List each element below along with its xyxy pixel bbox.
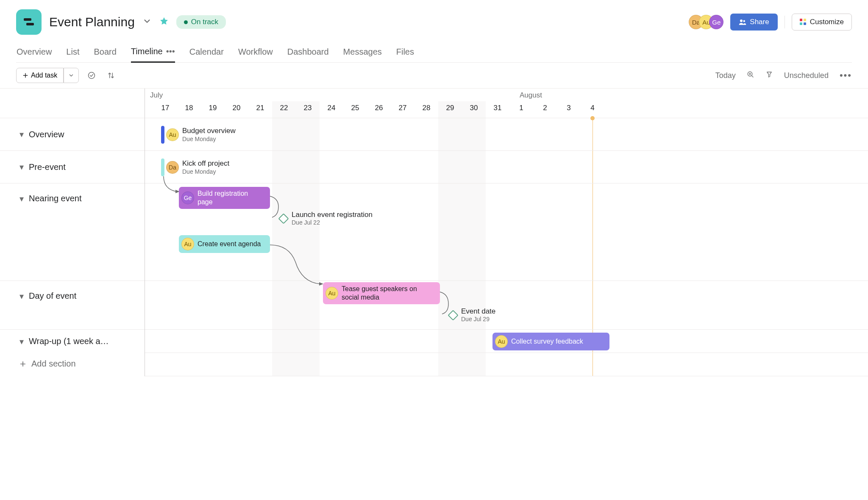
star-icon[interactable] [159,17,169,28]
task-title: Collect survey feedback [511,337,583,346]
section-wrap-up[interactable]: ▾ Wrap-up (1 week a… [0,330,145,353]
member-avatars[interactable]: Da Au Ge [689,15,723,29]
tab-dashboard[interactable]: Dashboard [287,47,329,62]
tab-messages[interactable]: Messages [343,47,382,62]
tab-board[interactable]: Board [94,47,116,62]
tab-workflow[interactable]: Workflow [238,47,273,62]
task-budget-overview[interactable]: Au Budget overview Due Monday [161,126,236,144]
avatar[interactable]: Ge [709,15,723,29]
mark-complete-icon[interactable] [85,69,98,82]
date-cell: 28 [415,101,438,112]
caret-down-icon: ▾ [19,162,24,172]
date-cell: 26 [367,101,391,112]
share-label: Share [750,18,769,26]
add-task-button[interactable]: Add task [16,68,64,83]
tab-list[interactable]: List [66,47,79,62]
date-cell: 20 [225,101,248,112]
milestone-launch-registration[interactable]: Launch event registration Due Jul 22 [280,211,373,226]
people-icon [739,19,746,25]
task-kick-off-project[interactable]: Da Kick off project Due Monday [161,158,229,176]
status-dot-icon [184,20,188,24]
lane-nearing-event: Ge Build registration page Launch event … [145,183,868,281]
project-menu-chevron[interactable] [142,17,152,28]
section-day-of-event[interactable]: ▾ Day of event [0,281,145,330]
status-pill[interactable]: On track [176,15,226,29]
milestone-event-date[interactable]: Event date Due Jul 29 [449,307,495,323]
lane-pre-event: Da Kick off project Due Monday [145,151,868,183]
customize-label: Customize [810,18,844,26]
section-nearing-event[interactable]: ▾ Nearing event [0,183,145,281]
date-cell: 29 [438,101,462,112]
month-label: July [150,91,163,100]
add-section-button[interactable]: Add section [0,353,145,375]
task-title: Launch event registration [292,211,373,219]
task-collect-survey-feedback[interactable]: Au Collect survey feedback [492,333,609,350]
tab-timeline[interactable]: Timeline ••• [131,47,175,63]
date-cell: 31 [486,101,509,112]
section-label: Pre-event [29,162,66,172]
date-cell: 23 [296,101,320,112]
section-list: ▾ Overview ▾ Pre-event ▾ Nearing event ▾… [0,89,145,376]
project-header: Event Planning On track Da Au Ge Share [0,0,868,63]
task-avatar: Au [326,287,338,300]
task-avatar: Au [166,128,179,141]
month-header: July August [145,89,868,101]
plus-icon [19,361,26,367]
task-subtitle: Due Monday [182,168,229,175]
customize-button[interactable]: Customize [792,14,852,31]
tab-timeline-label: Timeline [131,47,163,56]
section-label: Nearing event [29,194,82,203]
task-subtitle: Due Jul 29 [461,316,495,323]
lane-empty [145,353,868,376]
date-cell: 27 [391,101,415,112]
date-cell: 3 [557,101,581,112]
divider [785,16,785,28]
section-pre-event[interactable]: ▾ Pre-event [0,151,145,183]
section-label: Day of event [29,291,76,301]
date-cell: 19 [201,101,225,112]
task-pill [161,158,164,176]
caret-down-icon: ▾ [19,194,24,204]
share-button[interactable]: Share [730,14,777,31]
status-text: On track [191,18,218,26]
add-task-dropdown[interactable] [64,68,79,83]
caret-down-icon: ▾ [19,336,24,347]
color-legend-icon[interactable] [765,71,773,81]
tab-files[interactable]: Files [396,47,414,62]
task-title: Event date [461,307,495,316]
date-cell: 30 [462,101,486,112]
task-build-registration-page[interactable]: Ge Build registration page [179,187,270,209]
section-label: Overview [29,130,64,139]
task-create-event-agenda[interactable]: Au Create event agenda [179,235,270,253]
svg-point-4 [89,72,95,79]
tab-calendar[interactable]: Calendar [189,47,224,62]
tab-overview[interactable]: Overview [17,47,52,62]
grid-icon [800,19,807,25]
more-actions-icon[interactable]: ••• [840,70,852,81]
section-overview[interactable]: ▾ Overview [0,118,145,151]
caret-down-icon: ▾ [19,291,24,301]
svg-point-2 [740,19,743,22]
lane-day-of-event: Au Tease guest speakers on social media … [145,281,868,330]
sort-icon[interactable] [104,69,118,82]
today-button[interactable]: Today [715,71,736,80]
date-cell: 1 [509,101,533,112]
task-title: Kick off project [182,159,229,168]
date-header: 1718192021222324252627282930311234 [145,101,868,118]
caret-down-icon: ▾ [19,129,24,139]
timeline-grid[interactable]: July August 1718192021222324252627282930… [145,89,868,376]
project-icon [16,9,42,35]
project-title[interactable]: Event Planning [49,15,135,29]
zoom-icon[interactable] [747,71,754,81]
date-cell: 22 [272,101,296,112]
task-pill [161,126,164,144]
milestone-icon [448,310,458,320]
lane-wrap-up: Au Collect survey feedback [145,330,868,353]
task-title: Create event agenda [198,240,261,248]
task-tease-speakers[interactable]: Au Tease guest speakers on social media [323,282,440,304]
unscheduled-button[interactable]: Unscheduled [784,71,829,80]
svg-rect-0 [24,18,31,21]
tab-more-icon[interactable]: ••• [166,47,175,56]
task-avatar: Au [181,238,194,250]
month-label: August [520,91,542,100]
